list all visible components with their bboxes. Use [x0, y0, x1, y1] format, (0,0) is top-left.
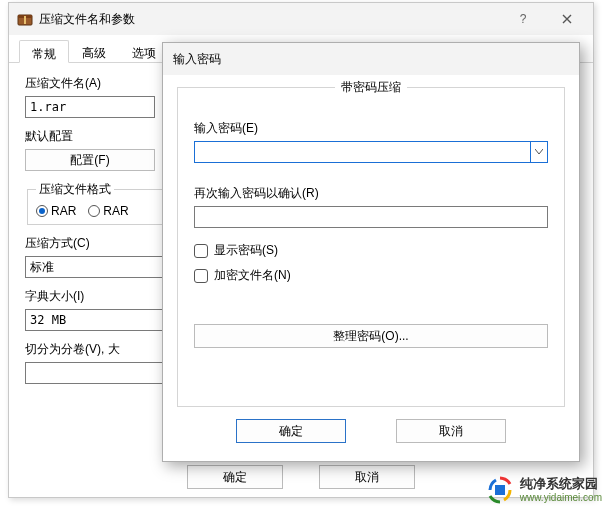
checkbox-icon	[194, 269, 208, 283]
enter-password-combo[interactable]	[194, 141, 548, 163]
help-button[interactable]: ?	[501, 5, 545, 33]
watermark-logo-icon	[486, 476, 514, 504]
radio-dot-icon	[88, 205, 100, 217]
chevron-down-icon[interactable]	[530, 141, 548, 163]
encrypt-names-label: 加密文件名(N)	[214, 267, 291, 284]
password-ok-button[interactable]: 确定	[236, 419, 346, 443]
enter-password-input[interactable]	[194, 141, 530, 163]
watermark: 纯净系统家园 www.yidaimei.com	[486, 476, 602, 504]
svg-rect-2	[24, 16, 26, 24]
radio-dot-icon	[36, 205, 48, 217]
organize-passwords-button[interactable]: 整理密码(O)...	[194, 324, 548, 348]
tab-general[interactable]: 常规	[19, 40, 69, 63]
password-frame-title: 带密码压缩	[335, 79, 407, 96]
format-group: 压缩文件格式 RAR RAR	[27, 181, 167, 225]
confirm-password-label: 再次输入密码以确认(R)	[194, 185, 548, 202]
main-cancel-button[interactable]: 取消	[319, 465, 415, 489]
format-radio-rar5[interactable]: RAR	[88, 204, 128, 218]
method-select[interactable]	[25, 256, 173, 278]
encrypt-names-checkbox[interactable]: 加密文件名(N)	[194, 267, 548, 284]
archive-name-input[interactable]	[25, 96, 155, 118]
profile-button[interactable]: 配置(F)	[25, 149, 155, 171]
password-dialog: 输入密码 带密码压缩 输入密码(E) 再次输入密码以确认(R) 显示密码(S) …	[162, 42, 580, 462]
format-rar-label: RAR	[51, 204, 76, 218]
checkbox-icon	[194, 244, 208, 258]
format-radio-rar[interactable]: RAR	[36, 204, 76, 218]
tab-advanced[interactable]: 高级	[69, 39, 119, 62]
window-title: 压缩文件名和参数	[39, 11, 501, 28]
format-group-label: 压缩文件格式	[36, 181, 114, 198]
show-password-checkbox[interactable]: 显示密码(S)	[194, 242, 548, 259]
confirm-password-input[interactable]	[194, 206, 548, 228]
watermark-url: www.yidaimei.com	[520, 492, 602, 504]
enter-password-label: 输入密码(E)	[194, 120, 548, 137]
format-rar5-label: RAR	[103, 204, 128, 218]
titlebar: 压缩文件名和参数 ?	[9, 3, 593, 35]
password-button-row: 确定 取消	[177, 419, 565, 443]
dict-select[interactable]	[25, 309, 173, 331]
watermark-name: 纯净系统家园	[520, 477, 602, 492]
app-icon	[17, 11, 33, 27]
show-password-label: 显示密码(S)	[214, 242, 278, 259]
password-cancel-button[interactable]: 取消	[396, 419, 506, 443]
password-titlebar: 输入密码	[163, 43, 579, 75]
close-button[interactable]	[545, 5, 589, 33]
svg-rect-4	[495, 485, 505, 495]
main-ok-button[interactable]: 确定	[187, 465, 283, 489]
split-input[interactable]	[25, 362, 173, 384]
password-title: 输入密码	[173, 51, 221, 68]
password-frame: 带密码压缩 输入密码(E) 再次输入密码以确认(R) 显示密码(S) 加密文件名…	[177, 87, 565, 407]
